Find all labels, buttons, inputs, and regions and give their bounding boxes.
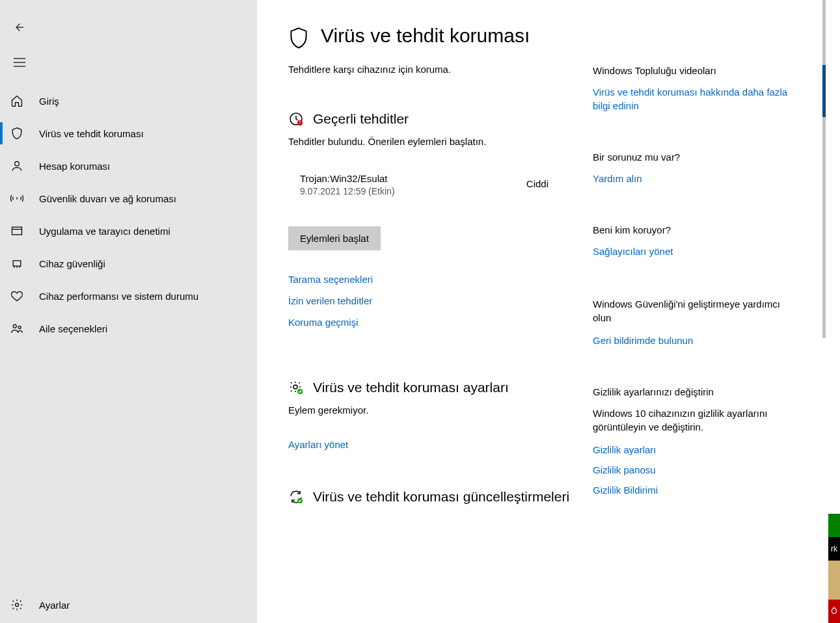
heart-icon	[9, 288, 25, 304]
svg-point-8	[293, 385, 297, 389]
nav-item-virus-threat[interactable]: Virüs ve tehdit koruması	[0, 117, 257, 150]
gear-check-icon	[288, 380, 304, 395]
start-actions-button[interactable]: Eylemleri başlat	[288, 226, 381, 250]
aside-title: Windows Topluluğu videoları	[593, 65, 801, 76]
nav-item-device-security[interactable]: Cihaz güvenliği	[0, 247, 257, 280]
nav-label: Güvenlik duvarı ve ağ koruması	[39, 193, 176, 204]
history-alert-icon	[288, 111, 304, 127]
threat-severity: Ciddi	[526, 173, 549, 189]
nav-label: Cihaz güvenliği	[39, 258, 105, 269]
link-privacy-settings[interactable]: Gizlilik ayarları	[593, 443, 801, 457]
nav-label: Virüs ve tehdit koruması	[39, 128, 144, 139]
link-scan-options[interactable]: Tarama seçenekleri	[288, 274, 581, 285]
scrollbar-accent	[822, 65, 826, 117]
section-title: Virüs ve tehdit koruması güncelleştirmel…	[313, 489, 569, 505]
svg-point-3	[13, 325, 16, 328]
aside-title: Gizlilik ayarlarınızı değiştirin	[593, 386, 801, 397]
sidebar: Giriş Virüs ve tehdit koruması Hesap kor…	[0, 0, 257, 623]
window-icon	[9, 223, 25, 239]
aside-title: Windows Güvenliği'ni geliştirmeye yardım…	[593, 297, 801, 325]
link-privacy-statement[interactable]: Gizlilik Bildirimi	[593, 483, 801, 497]
person-icon	[9, 158, 25, 174]
svg-point-0	[15, 161, 20, 166]
section-protection-updates: Virüs ve tehdit koruması güncelleştirmel…	[288, 489, 581, 505]
threat-info: Trojan:Win32/Esulat 9.07.2021 12:59 (Etk…	[300, 173, 395, 196]
nav-item-settings[interactable]: Ayarlar	[0, 587, 257, 623]
nav-item-home[interactable]: Giriş	[0, 85, 257, 117]
refresh-check-icon	[288, 489, 304, 505]
sidebar-top	[0, 0, 257, 85]
aside-column: Windows Topluluğu videoları Virüs ve teh…	[593, 22, 801, 623]
section-subtitle: Tehditler bulundu. Önerilen eylemleri ba…	[288, 136, 581, 147]
aside-subtitle: Windows 10 cihazınızın gizlilik ayarları…	[593, 406, 801, 434]
edge-tan2	[828, 580, 840, 600]
svg-point-4	[18, 326, 21, 328]
edge-blank	[828, 0, 840, 514]
svg-point-5	[16, 603, 19, 607]
section-header: Virüs ve tehdit koruması ayarları	[288, 380, 581, 395]
link-community-video[interactable]: Virüs ve tehdit koruması hakkında daha f…	[593, 85, 801, 113]
signal-icon	[9, 191, 25, 206]
threat-name: Trojan:Win32/Esulat	[300, 173, 395, 184]
section-header: Virüs ve tehdit koruması güncelleştirmel…	[288, 489, 581, 505]
shield-large-icon	[288, 27, 312, 51]
chip-icon	[9, 256, 25, 271]
family-icon	[9, 321, 25, 336]
link-get-help[interactable]: Yardım alın	[593, 172, 801, 185]
link-protection-history[interactable]: Koruma geçmişi	[288, 317, 581, 328]
back-button[interactable]	[4, 12, 35, 43]
shield-icon	[9, 126, 25, 141]
nav-label: Hesap koruması	[39, 161, 110, 172]
edge-strip: rk Ö	[828, 0, 840, 623]
nav-label: Giriş	[39, 96, 59, 107]
main-content: Virüs ve tehdit koruması Tehditlere karş…	[257, 0, 840, 623]
section-header: Geçerli tehditler	[288, 111, 581, 127]
nav-label: Aile seçenekleri	[39, 323, 107, 334]
aside-title: Beni kim koruyor?	[593, 224, 801, 235]
content-column: Virüs ve tehdit koruması Tehditlere karş…	[288, 22, 581, 623]
nav-label: Ayarlar	[39, 600, 70, 611]
svg-rect-1	[12, 227, 22, 235]
edge-green	[828, 514, 840, 537]
nav-item-device-performance[interactable]: Cihaz performansı ve sistem durumu	[0, 280, 257, 312]
page-header: Virüs ve tehdit koruması	[288, 22, 581, 51]
edge-red: Ö	[828, 600, 840, 623]
nav-item-account-protection[interactable]: Hesap koruması	[0, 150, 257, 182]
edge-tan1	[828, 561, 840, 580]
home-icon	[9, 93, 25, 109]
gear-icon	[9, 597, 25, 613]
scrollbar[interactable]	[822, 0, 826, 623]
threat-meta: 9.07.2021 12:59 (Etkin)	[300, 186, 395, 196]
aside-community: Windows Topluluğu videoları Virüs ve teh…	[593, 65, 801, 113]
page-subtitle: Tehditlere karşı cihazınız için koruma.	[288, 64, 581, 75]
aside-question: Bir sorunuz mu var? Yardım alın	[593, 152, 801, 185]
aside-privacy: Gizlilik ayarlarınızı değiştirin Windows…	[593, 386, 801, 497]
section-title: Virüs ve tehdit koruması ayarları	[313, 380, 509, 395]
aside-protecting: Beni kim koruyor? Sağlayıcıları yönet	[593, 224, 801, 258]
nav-item-firewall[interactable]: Güvenlik duvarı ve ağ koruması	[0, 182, 257, 215]
scrollbar-thumb[interactable]	[822, 0, 826, 338]
edge-black: rk	[828, 537, 840, 561]
page-title: Virüs ve tehdit koruması	[321, 22, 530, 49]
link-allowed-threats[interactable]: İzin verilen tehditler	[288, 295, 581, 306]
nav-item-family[interactable]: Aile seçenekleri	[0, 312, 257, 345]
section-title: Geçerli tehditler	[313, 111, 409, 127]
nav-label: Uygulama ve tarayıcı denetimi	[39, 226, 170, 237]
section-subtitle: Eylem gerekmiyor.	[288, 404, 581, 416]
aside-improve: Windows Güvenliği'ni geliştirmeye yardım…	[593, 297, 801, 347]
link-manage-settings[interactable]: Ayarları yönet	[288, 439, 581, 450]
link-feedback[interactable]: Geri bildirimde bulunun	[593, 334, 801, 347]
back-arrow-icon	[14, 21, 25, 33]
nav-label: Cihaz performansı ve sistem durumu	[39, 291, 198, 302]
section-current-threats: Geçerli tehditler Tehditler bulundu. Öne…	[288, 111, 581, 328]
link-privacy-dashboard[interactable]: Gizlilik panosu	[593, 463, 801, 477]
svg-rect-2	[13, 261, 21, 266]
nav-item-app-browser[interactable]: Uygulama ve tarayıcı denetimi	[0, 215, 257, 247]
hamburger-icon	[14, 58, 25, 67]
section-protection-settings: Virüs ve tehdit koruması ayarları Eylem …	[288, 380, 581, 450]
nav-list: Giriş Virüs ve tehdit koruması Hesap kor…	[0, 85, 257, 587]
threat-row[interactable]: Trojan:Win32/Esulat 9.07.2021 12:59 (Etk…	[288, 173, 581, 196]
aside-title: Bir sorunuz mu var?	[593, 152, 801, 163]
menu-button[interactable]	[4, 47, 35, 78]
link-manage-providers[interactable]: Sağlayıcıları yönet	[593, 245, 801, 258]
